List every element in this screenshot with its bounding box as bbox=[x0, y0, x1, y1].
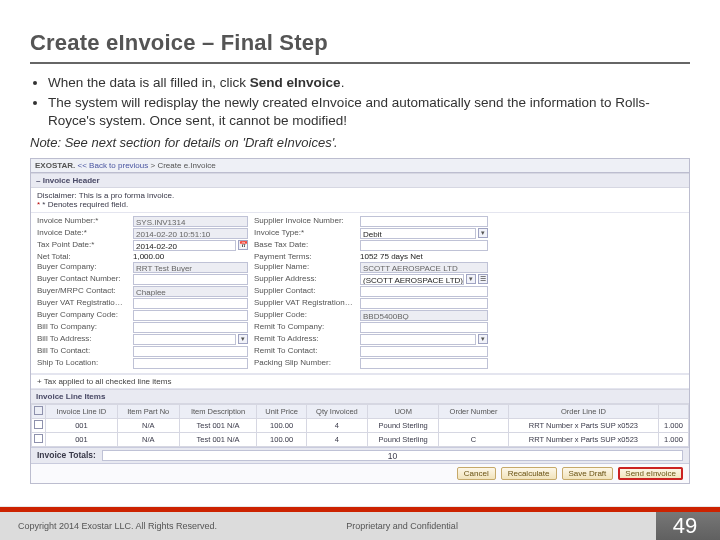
page-number-box: 49 bbox=[656, 512, 720, 540]
invoice-header-grid: Invoice Number:* SYS.INV1314 Supplier In… bbox=[31, 213, 689, 374]
col-invoice-line-id: Invoice Line ID bbox=[46, 404, 118, 418]
lbl-buyer-contact-number: Buyer Contact Number: bbox=[37, 274, 127, 285]
lbl-net-total: Net Total: bbox=[37, 252, 127, 261]
lbl-ship-to-location: Ship To Location: bbox=[37, 358, 127, 369]
input-buyer-vat[interactable] bbox=[133, 298, 248, 309]
col-order-number: Order Number bbox=[439, 404, 509, 418]
page-title: Create eInvoice – Final Step bbox=[30, 30, 690, 56]
cell-part-no: N/A bbox=[117, 418, 179, 432]
lbl-supplier-invoice-number: Supplier Invoice Number: bbox=[254, 216, 354, 227]
totals-label: Invoice Totals: bbox=[37, 450, 96, 460]
input-packing-slip[interactable] bbox=[360, 358, 488, 369]
cell-ext: 1.000 bbox=[659, 432, 689, 446]
disclaimer: Disclaimer: This is a pro forma invoice.… bbox=[31, 188, 689, 213]
chevron-down-icon[interactable]: ▾ bbox=[466, 274, 476, 284]
input-buyer-company-code[interactable] bbox=[133, 310, 248, 321]
input-supplier-vat[interactable] bbox=[360, 298, 488, 309]
input-ship-to-location[interactable] bbox=[133, 358, 248, 369]
input-tax-point-date[interactable]: 2014-02-20 bbox=[133, 240, 236, 251]
lbl-supplier-code: Supplier Code: bbox=[254, 310, 354, 321]
cell-part-no: N/A bbox=[117, 432, 179, 446]
required-note: * Denotes required field. bbox=[42, 200, 128, 209]
lbl-supplier-address: Supplier Address: bbox=[254, 274, 354, 285]
lbl-invoice-number: Invoice Number:* bbox=[37, 216, 127, 227]
copyright-text: Copyright 2014 Exostar LLC. All Rights R… bbox=[18, 521, 346, 531]
slide-footer: Copyright 2014 Exostar LLC. All Rights R… bbox=[0, 506, 720, 540]
input-buyer-contact-number[interactable] bbox=[133, 274, 248, 285]
chevron-down-icon[interactable]: ▾ bbox=[478, 228, 488, 238]
cell-order-line-id: RRT Number x Parts SUP x0523 bbox=[508, 418, 658, 432]
input-remit-to-company[interactable] bbox=[360, 322, 488, 333]
input-supplier-contact[interactable] bbox=[360, 286, 488, 297]
lbl-supplier-contact: Supplier Contact: bbox=[254, 286, 354, 297]
select-all-checkbox[interactable] bbox=[34, 406, 43, 415]
select-supplier-address[interactable]: (SCOTT AEROSPACE LTD) bbox=[360, 274, 464, 285]
val-buyer-company: RRT Test Buyer bbox=[133, 262, 248, 273]
confidential-text: Proprietary and Confidential bbox=[346, 521, 702, 531]
input-bill-to-company[interactable] bbox=[133, 322, 248, 333]
bullet-1: When the data is all filled in, click Se… bbox=[48, 74, 690, 92]
send-einvoice-button[interactable]: Send eInvoice bbox=[618, 467, 683, 480]
cell-order-line-id: RRT Number x Parts SUP x0523 bbox=[508, 432, 658, 446]
col-unit-price: Unit Price bbox=[257, 404, 306, 418]
col-item-description: Item Description bbox=[179, 404, 257, 418]
table-row: 001 N/A Test 001 N/A 100.00 4 Pound Ster… bbox=[32, 418, 689, 432]
totals-value: 10 bbox=[102, 450, 683, 461]
lbl-invoice-date: Invoice Date:* bbox=[37, 228, 127, 239]
table-header-row: Invoice Line ID Item Part No Item Descri… bbox=[32, 404, 689, 418]
bullet-2: The system will redisplay the newly crea… bbox=[48, 94, 690, 130]
breadcrumb-current: Create e.Invoice bbox=[157, 161, 215, 170]
lookup-icon[interactable]: ☰ bbox=[478, 274, 488, 284]
val-net-total: 1,000.00 bbox=[133, 252, 248, 261]
lbl-remit-to-contact: Remit To Contact: bbox=[254, 346, 354, 357]
val-invoice-number: SYS.INV1314 bbox=[133, 216, 248, 227]
note-text: Note: See next section for details on 'D… bbox=[30, 135, 690, 150]
select-invoice-type[interactable]: Debit bbox=[360, 228, 476, 239]
select-remit-to-address[interactable] bbox=[360, 334, 476, 345]
cancel-button[interactable]: Cancel bbox=[457, 467, 496, 480]
chevron-down-icon[interactable]: ▾ bbox=[238, 334, 248, 344]
title-rule bbox=[30, 62, 690, 64]
lbl-bill-to-contact: Bill To Contact: bbox=[37, 346, 127, 357]
section-invoice-header: – Invoice Header bbox=[31, 173, 689, 188]
line-items-table: Invoice Line ID Item Part No Item Descri… bbox=[31, 404, 689, 447]
cell-desc: Test 001 N/A bbox=[179, 432, 257, 446]
bullet-1-bold: Send eInvoice bbox=[250, 75, 341, 90]
tax-applied-row[interactable]: + Tax applied to all checked line items bbox=[31, 374, 689, 389]
input-bill-to-contact[interactable] bbox=[133, 346, 248, 357]
lbl-payment-terms: Payment Terms: bbox=[254, 252, 354, 261]
bullet-1-text-b: . bbox=[341, 75, 345, 90]
page-number: 49 bbox=[673, 513, 703, 539]
row-checkbox[interactable] bbox=[34, 420, 43, 429]
recalculate-button[interactable]: Recalculate bbox=[501, 467, 557, 480]
cell-unit-price: 100.00 bbox=[257, 418, 306, 432]
lbl-base-tax-date: Base Tax Date: bbox=[254, 240, 354, 251]
col-qty-invoiced: Qty Invoiced bbox=[306, 404, 367, 418]
cell-unit-price: 100.00 bbox=[257, 432, 306, 446]
input-supplier-invoice-number[interactable] bbox=[360, 216, 488, 227]
bullet-1-text-a: When the data is all filled in, click bbox=[48, 75, 250, 90]
val-invoice-date: 2014-02-20 10:51:10 bbox=[133, 228, 248, 239]
disclaimer-text: Disclaimer: This is a pro forma invoice. bbox=[37, 191, 683, 200]
row-checkbox[interactable] bbox=[34, 434, 43, 443]
calendar-icon[interactable]: 📅 bbox=[238, 240, 248, 250]
val-supplier-code: BBD5400BQ bbox=[360, 310, 488, 321]
lbl-remit-to-address: Remit To Address: bbox=[254, 334, 354, 345]
input-base-tax-date[interactable] bbox=[360, 240, 488, 251]
cell-uom: Pound Sterling bbox=[368, 418, 439, 432]
lbl-buyer-mrpc-contact: Buyer/MRPC Contact: bbox=[37, 286, 127, 297]
lbl-invoice-type: Invoice Type:* bbox=[254, 228, 354, 239]
chevron-down-icon[interactable]: ▾ bbox=[478, 334, 488, 344]
val-supplier-name: SCOTT AEROSPACE LTD bbox=[360, 262, 488, 273]
save-draft-button[interactable]: Save Draft bbox=[562, 467, 614, 480]
cell-qty: 4 bbox=[306, 432, 367, 446]
col-item-part-no: Item Part No bbox=[117, 404, 179, 418]
input-remit-to-contact[interactable] bbox=[360, 346, 488, 357]
val-payment-terms: 1052 75 days Net bbox=[360, 252, 488, 261]
table-row: 001 N/A Test 001 N/A 100.00 4 Pound Ster… bbox=[32, 432, 689, 446]
lbl-buyer-company: Buyer Company: bbox=[37, 262, 127, 273]
select-bill-to-address[interactable] bbox=[133, 334, 236, 345]
back-to-previous-link[interactable]: << Back to previous bbox=[78, 161, 149, 170]
einvoice-app: EXOSTAR. << Back to previous > Create e.… bbox=[30, 158, 690, 484]
col-extra bbox=[659, 404, 689, 418]
